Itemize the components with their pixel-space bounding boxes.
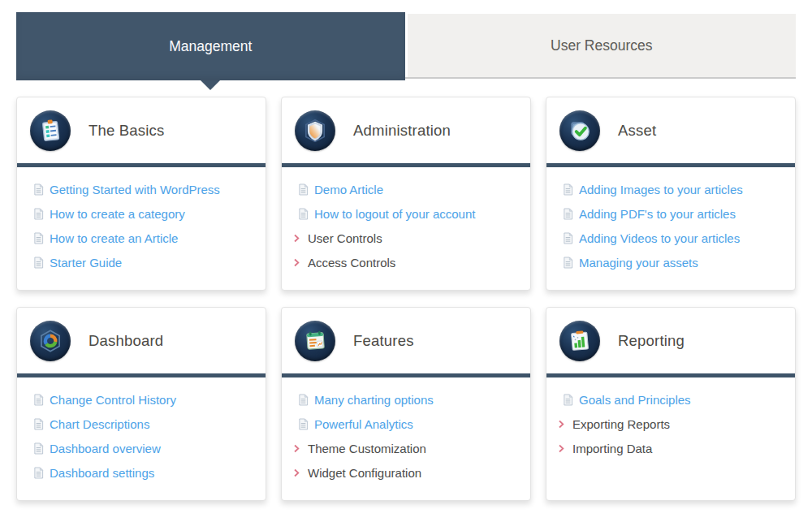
card-dashboard: Dashboard Change Control History Chart D…	[16, 307, 266, 501]
document-icon	[563, 232, 573, 244]
bar-chart-icon	[559, 321, 600, 361]
article-link-label: Adding Images to your articles	[579, 183, 743, 196]
article-link-label: Goals and Principles	[579, 393, 691, 407]
subcategory-link-label: Widget Configuration	[308, 466, 421, 480]
document-icon	[33, 467, 44, 479]
document-icon	[33, 257, 44, 269]
document-icon	[298, 418, 309, 430]
tab-user-resources-label: User Resources	[551, 37, 652, 54]
document-icon	[298, 208, 309, 220]
document-icon	[33, 394, 44, 406]
article-list: Demo Article How to logout of your accou…	[282, 167, 530, 274]
article-list: Many charting options Powerful Analytics…	[282, 377, 530, 485]
card-administration: Administration Demo Article How to logou…	[281, 97, 531, 291]
subcategory-link[interactable]: User Controls	[293, 226, 519, 250]
subcategory-link[interactable]: Exporting Reports	[558, 412, 784, 436]
document-icon	[298, 394, 309, 406]
article-link-label: Many charting options	[314, 393, 434, 407]
article-link[interactable]: How to create a category	[33, 201, 254, 226]
card-title: Reporting	[618, 332, 685, 350]
article-link[interactable]: Adding Images to your articles	[563, 177, 784, 201]
document-icon	[563, 183, 573, 196]
article-list: Getting Started with WordPress How to cr…	[17, 167, 266, 274]
document-icon	[33, 418, 44, 430]
card-asset: Asset Adding Images to your articles Add…	[546, 97, 796, 291]
card-the-basics: The Basics Getting Started with WordPres…	[16, 97, 266, 291]
article-link[interactable]: How to create an Article	[33, 226, 254, 250]
kb-home-page: Management User Resources	[0, 0, 812, 501]
document-icon	[298, 183, 309, 196]
article-link-label: Dashboard overview	[50, 442, 161, 455]
clipboard-icon	[30, 110, 71, 151]
article-link[interactable]: Goals and Principles	[563, 387, 784, 412]
subcategory-link-label: User Controls	[308, 231, 382, 245]
subcategory-link[interactable]: Access Controls	[293, 250, 519, 274]
article-link[interactable]: Demo Article	[298, 177, 519, 201]
card-features-header[interactable]: Features	[282, 308, 530, 373]
document-icon	[33, 442, 44, 455]
card-title: Asset	[618, 122, 656, 140]
card-administration-header[interactable]: Administration	[282, 97, 530, 163]
checkmark-icon	[559, 110, 600, 151]
subcategory-link[interactable]: Theme Customization	[293, 436, 519, 460]
document-icon	[33, 232, 44, 244]
article-link-label: Chart Descriptions	[50, 417, 149, 431]
notepad-icon	[295, 321, 335, 361]
article-link-label: Dashboard settings	[50, 466, 154, 480]
article-link-label: Powerful Analytics	[314, 417, 413, 431]
subcategory-link-label: Importing Data	[572, 442, 652, 455]
article-link[interactable]: Change Control History	[33, 387, 254, 412]
article-link[interactable]: How to logout of your account	[298, 201, 519, 226]
document-icon	[563, 394, 573, 406]
card-dashboard-header[interactable]: Dashboard	[17, 308, 266, 373]
subcategory-link-label: Access Controls	[308, 256, 395, 270]
article-link[interactable]: Adding PDF's to your articles	[563, 201, 784, 226]
article-link[interactable]: Dashboard overview	[33, 436, 254, 460]
tab-bar: Management User Resources	[16, 12, 796, 79]
card-reporting-header[interactable]: Reporting	[546, 308, 795, 373]
chevron-right-icon	[293, 258, 300, 267]
card-features: Features Many charting options Powerful …	[281, 307, 531, 501]
card-asset-header[interactable]: Asset	[546, 97, 795, 163]
chevron-right-icon	[293, 234, 300, 243]
article-link[interactable]: Chart Descriptions	[33, 412, 254, 436]
card-title: Dashboard	[89, 332, 163, 350]
category-grid: The Basics Getting Started with WordPres…	[16, 97, 796, 501]
article-list: Change Control History Chart Description…	[17, 377, 266, 485]
chevron-right-icon	[293, 444, 300, 453]
article-link[interactable]: Getting Started with WordPress	[33, 177, 254, 201]
article-link-label: Adding Videos to your articles	[579, 231, 740, 245]
article-link[interactable]: Adding Videos to your articles	[563, 226, 784, 250]
article-link[interactable]: Managing your assets	[563, 250, 784, 274]
subcategory-link[interactable]: Importing Data	[558, 436, 784, 460]
card-the-basics-header[interactable]: The Basics	[17, 97, 266, 163]
document-icon	[563, 208, 573, 220]
article-link-label: How to create a category	[50, 207, 185, 221]
subcategory-link-label: Theme Customization	[308, 442, 426, 455]
shield-icon	[295, 110, 335, 151]
article-link-label: Starter Guide	[50, 256, 122, 270]
article-link[interactable]: Dashboard settings	[33, 460, 254, 485]
tab-management-label: Management	[169, 38, 252, 55]
article-link-label: Change Control History	[50, 393, 176, 407]
document-icon	[33, 208, 44, 220]
chevron-right-icon	[293, 468, 300, 477]
chevron-right-icon	[558, 420, 564, 429]
article-link[interactable]: Many charting options	[298, 387, 519, 412]
article-link[interactable]: Powerful Analytics	[298, 412, 519, 436]
tab-user-resources[interactable]: User Resources	[408, 14, 797, 77]
card-title: Features	[353, 332, 414, 350]
subcategory-link[interactable]: Widget Configuration	[293, 460, 519, 485]
article-link-label: How to create an Article	[50, 231, 178, 245]
active-tab-pointer	[201, 80, 220, 90]
card-reporting: Reporting Goals and Principles Exporting…	[546, 307, 796, 501]
card-title: The Basics	[89, 122, 165, 140]
card-title: Administration	[353, 122, 451, 140]
article-link-label: Adding PDF's to your articles	[579, 207, 736, 221]
chevron-right-icon	[558, 444, 564, 453]
article-link[interactable]: Starter Guide	[33, 250, 254, 274]
document-icon	[563, 257, 573, 269]
donut-chart-icon	[30, 321, 71, 361]
article-link-label: Demo Article	[314, 183, 383, 196]
tab-management[interactable]: Management	[16, 12, 405, 80]
